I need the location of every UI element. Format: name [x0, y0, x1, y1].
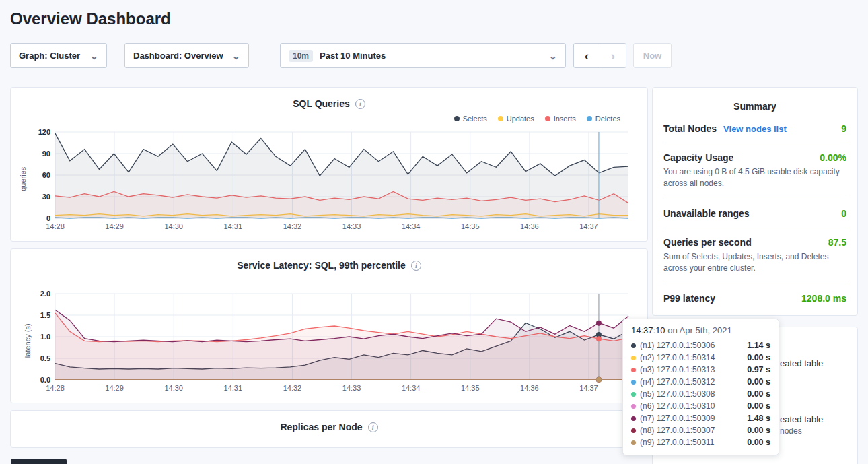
legend-label: Deletes [595, 114, 620, 123]
node-value: 0.00 s [747, 377, 770, 387]
time-next-button[interactable]: › [600, 43, 626, 68]
summary-label: Queries per second [663, 237, 752, 248]
svg-text:14:33: 14:33 [342, 384, 361, 392]
node-color-dot [631, 380, 636, 385]
node-label: (n7) 127.0.0.1:50309 [640, 413, 715, 423]
svg-text:120: 120 [38, 128, 50, 136]
toolbar: Graph: Cluster ⌄ Dashboard: Overview ⌄ 1… [10, 43, 858, 68]
chart-legend: SelectsUpdatesInsertsDeletes [22, 113, 620, 124]
info-icon[interactable]: i [411, 261, 421, 271]
info-icon[interactable]: i [368, 422, 378, 432]
page-title: Overview Dashboard [10, 9, 858, 28]
svg-text:14:32: 14:32 [283, 384, 302, 392]
chevron-down-icon: ⌄ [231, 51, 240, 61]
replicas-panel: Replicas per Node i [10, 410, 648, 448]
time-range-badge: 10m [289, 50, 313, 62]
chevron-right-icon: › [611, 48, 615, 63]
chart-title: SQL Queries i [22, 88, 637, 110]
node-value: 0.00 s [747, 426, 770, 435]
svg-text:14:31: 14:31 [224, 384, 243, 392]
legend-label: Inserts [554, 114, 576, 123]
legend-item[interactable]: Inserts [545, 114, 576, 123]
node-value: 0.00 s [747, 401, 770, 411]
sql-queries-panel: SQL Queries i SelectsUpdatesInsertsDelet… [10, 87, 648, 242]
svg-text:0.5: 0.5 [40, 354, 50, 362]
graph-dropdown-label: Graph: Cluster [19, 51, 80, 61]
svg-text:14:28: 14:28 [46, 384, 65, 392]
legend-label: Selects [463, 114, 487, 123]
legend-item[interactable]: Selects [454, 114, 487, 123]
sql-latency-panel: Service Latency: SQL, 99th percentile i … [10, 248, 648, 403]
info-icon[interactable]: i [355, 99, 365, 109]
node-label: (n5) 127.0.0.1:50308 [640, 389, 715, 399]
summary-row-p99: P99 latency 1208.0 ms [663, 284, 846, 312]
summary-value: 1208.0 ms [801, 293, 846, 304]
legend-dot [545, 116, 550, 121]
tooltip-date: on Apr 5th, 2021 [665, 325, 732, 335]
legend-item[interactable]: Deletes [587, 114, 620, 123]
node-color-dot [631, 428, 636, 433]
time-range-dropdown[interactable]: 10m Past 10 Minutes ⌄ [280, 43, 566, 68]
summary-value: 0.00% [820, 152, 846, 163]
summary-row-total-nodes: Total Nodes View nodes list 9 [663, 114, 846, 143]
node-color-dot [631, 368, 636, 372]
tooltip-time: 14:37:10 [631, 325, 665, 335]
svg-text:14:29: 14:29 [105, 384, 124, 392]
node-color-dot [631, 343, 636, 348]
legend-item[interactable]: Updates [498, 114, 534, 123]
legend-dot [454, 116, 460, 121]
charts-column: SQL Queries i SelectsUpdatesInsertsDelet… [10, 87, 648, 455]
svg-text:60: 60 [42, 171, 50, 179]
tooltip-row: (n2) 127.0.0.1:503140.00 s [631, 352, 770, 364]
summary-label: Total Nodes [663, 123, 717, 134]
chart-title-text: SQL Queries [293, 98, 350, 109]
svg-text:14:37: 14:37 [579, 222, 598, 230]
summary-value: 87.5 [828, 237, 846, 248]
summary-title: Summary [663, 96, 846, 114]
summary-panel: Summary Total Nodes View nodes list 9 Ca… [652, 87, 858, 316]
node-color-dot [631, 416, 636, 421]
node-label: (n1) 127.0.0.1:50306 [640, 341, 715, 350]
summary-subtext: You are using 0 B of 4.5 GiB usable disk… [663, 166, 846, 190]
time-prev-button[interactable]: ‹ [573, 43, 600, 68]
summary-label: Capacity Usage [663, 152, 733, 163]
node-value: 1.48 s [747, 413, 770, 423]
svg-text:14:30: 14:30 [164, 384, 183, 392]
dashboard-dropdown[interactable]: Dashboard: Overview ⌄ [124, 43, 249, 68]
svg-text:14:29: 14:29 [105, 222, 124, 230]
svg-text:0.0: 0.0 [40, 376, 50, 384]
svg-text:2.0: 2.0 [40, 290, 50, 298]
sql-queries-chart[interactable]: 030609012014:2814:2914:3014:3114:3214:33… [31, 127, 637, 233]
view-nodes-link[interactable]: View nodes list [723, 124, 787, 134]
tooltip-header: 14:37:10 on Apr 5th, 2021 [631, 325, 770, 335]
svg-text:1.5: 1.5 [40, 311, 50, 319]
svg-text:30: 30 [42, 193, 50, 201]
svg-text:14:30: 14:30 [164, 222, 183, 230]
node-label: (n6) 127.0.0.1:50310 [640, 401, 715, 411]
svg-text:14:34: 14:34 [402, 222, 421, 230]
tooltip-row: (n9) 127.0.0.1:503110.00 s [631, 436, 770, 449]
dashboard-dropdown-label: Dashboard: Overview [133, 51, 223, 61]
chart-title-text: Replicas per Node [280, 422, 362, 432]
node-label: (n2) 127.0.0.1:50314 [640, 353, 715, 362]
node-color-dot [631, 392, 636, 397]
svg-text:14:35: 14:35 [461, 384, 480, 392]
time-nav-group: ‹ › [573, 43, 626, 68]
y-axis-label: latency (s) [24, 323, 32, 358]
svg-text:0: 0 [46, 214, 50, 222]
chevron-down-icon: ⌄ [89, 51, 98, 61]
tooltip-row: (n5) 127.0.0.1:503080.00 s [631, 388, 770, 400]
summary-label: Unavailable ranges [663, 208, 750, 219]
now-button[interactable]: Now [633, 43, 672, 68]
chart-hover-tooltip: 14:37:10 on Apr 5th, 2021 (n1) 127.0.0.1… [622, 319, 779, 455]
graph-dropdown[interactable]: Graph: Cluster ⌄ [10, 43, 107, 68]
node-label: (n4) 127.0.0.1:50312 [640, 377, 715, 387]
node-color-dot [631, 440, 636, 445]
node-value: 1.14 s [747, 341, 770, 350]
node-color-dot [631, 404, 636, 409]
tooltip-row: (n4) 127.0.0.1:503120.00 s [631, 376, 770, 388]
svg-text:14:32: 14:32 [283, 222, 302, 230]
summary-value: 0 [841, 208, 846, 219]
sql-latency-chart[interactable]: 0.00.51.01.52.014:2814:2914:3014:3114:32… [31, 288, 637, 395]
svg-text:14:35: 14:35 [461, 222, 480, 230]
